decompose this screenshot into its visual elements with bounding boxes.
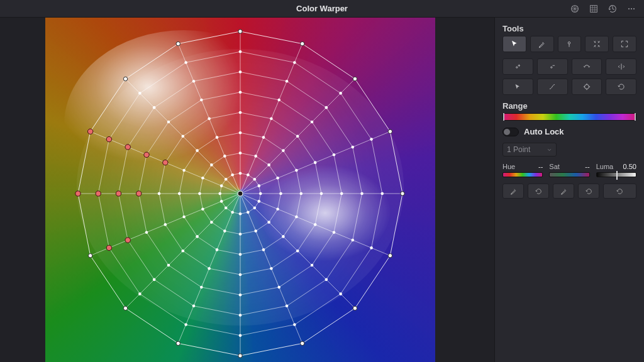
svg-point-153 bbox=[247, 173, 250, 177]
autolock-toggle[interactable] bbox=[502, 128, 519, 136]
svg-point-195 bbox=[182, 216, 186, 219]
svg-point-201 bbox=[270, 118, 273, 121]
svg-line-84 bbox=[139, 155, 147, 194]
hue-dropper-button[interactable] bbox=[502, 184, 524, 199]
svg-point-254 bbox=[339, 292, 342, 295]
scope-icon[interactable] bbox=[566, 2, 584, 16]
svg-point-217 bbox=[277, 99, 280, 102]
luma-tick[interactable] bbox=[616, 171, 618, 180]
svg-point-265 bbox=[301, 41, 304, 45]
svg-point-156 bbox=[259, 192, 262, 195]
svg-point-157 bbox=[257, 200, 260, 203]
svg-line-43 bbox=[296, 170, 301, 194]
svg-point-180 bbox=[198, 192, 201, 195]
luma-slider[interactable]: Luma0.50 bbox=[596, 163, 636, 177]
svg-point-249 bbox=[293, 61, 296, 64]
svg-line-31 bbox=[240, 231, 256, 234]
curve-button[interactable] bbox=[537, 79, 568, 95]
sat-strip[interactable] bbox=[549, 172, 589, 177]
svg-line-95 bbox=[240, 306, 287, 315]
luma-reset-button[interactable] bbox=[603, 184, 636, 199]
svg-point-284 bbox=[125, 238, 130, 243]
expand-tool[interactable] bbox=[613, 36, 636, 52]
svg-line-96 bbox=[194, 306, 240, 315]
warper-canvas[interactable] bbox=[45, 18, 435, 362]
range-handle-right[interactable] bbox=[635, 113, 636, 121]
svg-line-102 bbox=[154, 81, 194, 107]
grid-icon[interactable] bbox=[585, 2, 602, 16]
svg-point-210 bbox=[181, 250, 184, 253]
range-handle-left[interactable] bbox=[503, 113, 504, 121]
svg-point-219 bbox=[333, 153, 336, 156]
reset-rotate-button[interactable] bbox=[606, 79, 636, 95]
svg-line-79 bbox=[240, 287, 279, 295]
range-slider[interactable] bbox=[502, 113, 636, 121]
svg-point-224 bbox=[239, 293, 242, 297]
target-button[interactable] bbox=[572, 79, 602, 95]
svg-line-98 bbox=[128, 240, 154, 280]
svg-point-182 bbox=[210, 163, 213, 167]
svg-line-37 bbox=[203, 165, 211, 178]
dropper-tool[interactable] bbox=[530, 36, 554, 52]
svg-point-154 bbox=[253, 178, 257, 181]
autolock-point-select[interactable]: 1 Point bbox=[502, 143, 557, 156]
mirror-button[interactable] bbox=[606, 58, 636, 75]
svg-point-181 bbox=[201, 177, 204, 180]
svg-point-170 bbox=[267, 163, 270, 167]
svg-point-192 bbox=[239, 253, 242, 256]
add-point-button[interactable] bbox=[502, 58, 533, 75]
svg-line-49 bbox=[197, 236, 217, 250]
pin-tool[interactable] bbox=[558, 36, 582, 52]
select-arrow-button[interactable] bbox=[502, 79, 533, 95]
svg-line-45 bbox=[283, 217, 296, 236]
svg-point-273 bbox=[176, 341, 180, 345]
history-icon[interactable] bbox=[604, 2, 621, 16]
sat-reset-button[interactable] bbox=[578, 184, 599, 199]
svg-line-65 bbox=[183, 251, 209, 268]
svg-line-69 bbox=[165, 136, 183, 163]
svg-point-193 bbox=[216, 248, 219, 251]
svg-line-53 bbox=[184, 151, 197, 170]
svg-line-116 bbox=[98, 140, 109, 194]
svg-line-132 bbox=[78, 131, 91, 194]
svg-line-126 bbox=[303, 308, 355, 343]
sat-dropper-button[interactable] bbox=[553, 184, 574, 199]
twirl-button[interactable] bbox=[572, 58, 602, 75]
svg-point-292 bbox=[569, 42, 571, 45]
svg-point-266 bbox=[353, 77, 357, 80]
svg-point-155 bbox=[257, 184, 260, 187]
contract-tool[interactable] bbox=[585, 36, 609, 52]
reset-row bbox=[502, 184, 636, 199]
svg-line-105 bbox=[294, 62, 340, 93]
autolock-select-row: 1 Point bbox=[502, 143, 636, 156]
svg-line-100 bbox=[119, 147, 128, 194]
hue-strip[interactable] bbox=[502, 172, 543, 177]
svg-point-264 bbox=[238, 30, 242, 33]
svg-point-237 bbox=[351, 239, 354, 242]
svg-point-227 bbox=[145, 231, 148, 234]
svg-line-38 bbox=[211, 156, 225, 165]
svg-line-46 bbox=[264, 236, 283, 250]
svg-point-208 bbox=[239, 273, 242, 277]
warp-grid[interactable] bbox=[45, 18, 435, 362]
svg-line-107 bbox=[372, 140, 382, 194]
svg-point-239 bbox=[286, 304, 289, 307]
svg-point-185 bbox=[262, 136, 265, 139]
more-icon[interactable] bbox=[623, 2, 640, 16]
svg-line-24 bbox=[240, 153, 256, 156]
svg-point-238 bbox=[325, 278, 328, 282]
hue-slider[interactable]: Hue-- bbox=[502, 163, 543, 177]
luma-strip[interactable] bbox=[596, 172, 636, 177]
svg-line-85 bbox=[147, 122, 169, 155]
pointer-tool[interactable] bbox=[502, 36, 526, 52]
remove-point-button[interactable] bbox=[537, 58, 568, 75]
svg-line-131 bbox=[78, 194, 91, 256]
svg-point-191 bbox=[262, 248, 265, 251]
svg-line-94 bbox=[287, 280, 326, 306]
sat-slider[interactable]: Sat-- bbox=[549, 163, 589, 177]
svg-line-52 bbox=[179, 170, 184, 194]
svg-point-236 bbox=[360, 192, 364, 195]
svg-point-188 bbox=[299, 192, 303, 195]
svg-point-248 bbox=[239, 50, 242, 53]
hue-reset-button[interactable] bbox=[528, 184, 549, 199]
